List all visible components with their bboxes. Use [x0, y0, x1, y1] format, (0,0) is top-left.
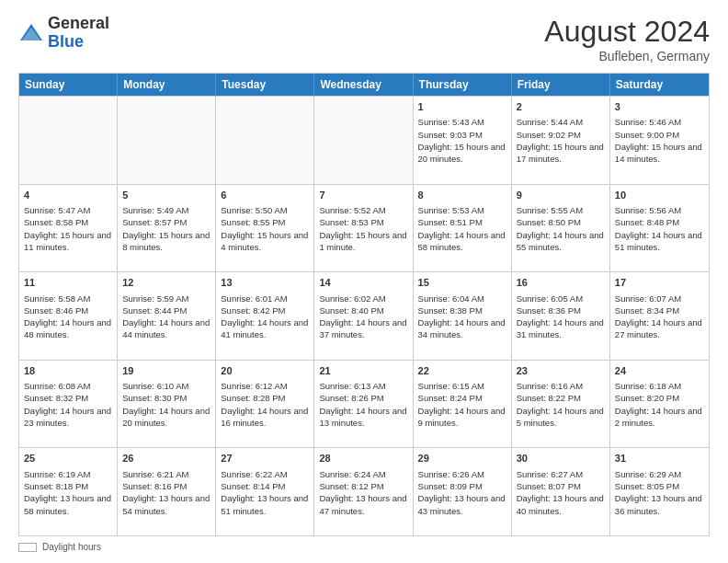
footer: Daylight hours [18, 542, 710, 552]
day-info: Sunrise: 5:50 AM Sunset: 8:55 PM Dayligh… [221, 205, 308, 252]
calendar-body: 1Sunrise: 5:43 AM Sunset: 9:03 PM Daylig… [19, 96, 709, 535]
day-header-wednesday: Wednesday [314, 74, 413, 96]
day-number: 21 [319, 364, 407, 378]
day-number: 10 [615, 189, 704, 202]
calendar-week-1: 1Sunrise: 5:43 AM Sunset: 9:03 PM Daylig… [19, 96, 709, 184]
logo-general: General [48, 14, 109, 32]
day-cell-22: 22Sunrise: 6:15 AM Sunset: 8:24 PM Dayli… [414, 361, 512, 448]
day-cell-2: 2Sunrise: 5:44 AM Sunset: 9:02 PM Daylig… [512, 97, 610, 184]
day-info: Sunrise: 5:53 AM Sunset: 8:51 PM Dayligh… [418, 205, 506, 252]
day-number: 7 [319, 189, 407, 202]
day-cell-10: 10Sunrise: 5:56 AM Sunset: 8:48 PM Dayli… [610, 185, 709, 272]
day-info: Sunrise: 6:01 AM Sunset: 8:42 PM Dayligh… [221, 293, 308, 340]
calendar-week-2: 4Sunrise: 5:47 AM Sunset: 8:58 PM Daylig… [19, 184, 709, 272]
day-cell-27: 27Sunrise: 6:22 AM Sunset: 8:14 PM Dayli… [216, 448, 314, 535]
calendar-week-3: 11Sunrise: 5:58 AM Sunset: 8:46 PM Dayli… [19, 271, 709, 360]
day-info: Sunrise: 6:07 AM Sunset: 8:34 PM Dayligh… [615, 293, 702, 340]
empty-cell [19, 97, 118, 184]
day-number: 28 [319, 452, 407, 465]
day-number: 24 [615, 364, 704, 378]
day-info: Sunrise: 6:22 AM Sunset: 8:14 PM Dayligh… [221, 469, 308, 516]
day-number: 26 [122, 452, 210, 465]
day-cell-14: 14Sunrise: 6:02 AM Sunset: 8:40 PM Dayli… [314, 272, 413, 360]
day-info: Sunrise: 5:46 AM Sunset: 9:00 PM Dayligh… [615, 117, 702, 164]
day-info: Sunrise: 6:02 AM Sunset: 8:40 PM Dayligh… [319, 293, 406, 340]
day-info: Sunrise: 6:12 AM Sunset: 8:28 PM Dayligh… [221, 381, 308, 428]
day-cell-24: 24Sunrise: 6:18 AM Sunset: 8:20 PM Dayli… [610, 361, 709, 448]
day-number: 17 [615, 276, 704, 290]
day-info: Sunrise: 6:10 AM Sunset: 8:30 PM Dayligh… [122, 381, 210, 428]
day-cell-7: 7Sunrise: 5:52 AM Sunset: 8:53 PM Daylig… [314, 185, 413, 272]
day-info: Sunrise: 5:43 AM Sunset: 9:03 PM Dayligh… [418, 117, 506, 164]
day-info: Sunrise: 6:29 AM Sunset: 8:05 PM Dayligh… [615, 469, 702, 516]
day-number: 2 [517, 100, 605, 114]
empty-cell [118, 97, 216, 184]
day-info: Sunrise: 6:04 AM Sunset: 8:38 PM Dayligh… [418, 293, 506, 340]
page: General Blue August 2024 Bufleben, Germa… [0, 0, 728, 563]
day-number: 25 [24, 452, 112, 465]
logo-icon [18, 20, 44, 46]
day-info: Sunrise: 6:19 AM Sunset: 8:18 PM Dayligh… [24, 469, 111, 516]
header: General Blue August 2024 Bufleben, Germa… [18, 15, 710, 63]
day-info: Sunrise: 5:56 AM Sunset: 8:48 PM Dayligh… [615, 205, 702, 252]
day-info: Sunrise: 5:47 AM Sunset: 8:58 PM Dayligh… [24, 205, 111, 252]
day-number: 23 [517, 364, 605, 378]
day-cell-30: 30Sunrise: 6:27 AM Sunset: 8:07 PM Dayli… [512, 448, 610, 535]
day-info: Sunrise: 6:05 AM Sunset: 8:36 PM Dayligh… [517, 293, 604, 340]
day-cell-13: 13Sunrise: 6:01 AM Sunset: 8:42 PM Dayli… [216, 272, 314, 360]
day-info: Sunrise: 6:15 AM Sunset: 8:24 PM Dayligh… [418, 381, 506, 428]
day-number: 19 [122, 364, 210, 378]
day-cell-17: 17Sunrise: 6:07 AM Sunset: 8:34 PM Dayli… [610, 272, 709, 360]
day-header-saturday: Saturday [610, 74, 709, 96]
day-number: 9 [517, 189, 605, 202]
calendar-week-5: 25Sunrise: 6:19 AM Sunset: 8:18 PM Dayli… [19, 447, 709, 535]
day-number: 31 [615, 452, 704, 465]
footer-swatch [18, 543, 37, 552]
day-number: 13 [221, 276, 309, 290]
day-info: Sunrise: 6:16 AM Sunset: 8:22 PM Dayligh… [517, 381, 604, 428]
calendar-header: SundayMondayTuesdayWednesdayThursdayFrid… [19, 74, 709, 96]
day-info: Sunrise: 5:44 AM Sunset: 9:02 PM Dayligh… [517, 117, 604, 164]
day-number: 27 [221, 452, 309, 465]
day-info: Sunrise: 6:27 AM Sunset: 8:07 PM Dayligh… [517, 469, 604, 516]
footer-label: Daylight hours [42, 542, 101, 552]
day-number: 3 [615, 100, 704, 114]
day-cell-16: 16Sunrise: 6:05 AM Sunset: 8:36 PM Dayli… [512, 272, 610, 360]
day-cell-29: 29Sunrise: 6:26 AM Sunset: 8:09 PM Dayli… [414, 448, 512, 535]
day-info: Sunrise: 5:59 AM Sunset: 8:44 PM Dayligh… [122, 293, 210, 340]
day-number: 11 [24, 276, 112, 290]
day-number: 8 [418, 189, 506, 202]
logo-blue: Blue [48, 32, 84, 51]
day-number: 14 [319, 276, 407, 290]
day-number: 6 [221, 189, 309, 202]
calendar: SundayMondayTuesdayWednesdayThursdayFrid… [18, 73, 710, 536]
day-number: 22 [418, 364, 506, 378]
empty-cell [216, 97, 314, 184]
location: Bufleben, Germany [544, 49, 710, 63]
day-cell-19: 19Sunrise: 6:10 AM Sunset: 8:30 PM Dayli… [118, 361, 216, 448]
day-number: 18 [24, 364, 112, 378]
day-cell-15: 15Sunrise: 6:04 AM Sunset: 8:38 PM Dayli… [414, 272, 512, 360]
day-cell-8: 8Sunrise: 5:53 AM Sunset: 8:51 PM Daylig… [414, 185, 512, 272]
day-cell-3: 3Sunrise: 5:46 AM Sunset: 9:00 PM Daylig… [610, 97, 709, 184]
day-number: 16 [517, 276, 605, 290]
day-info: Sunrise: 5:55 AM Sunset: 8:50 PM Dayligh… [517, 205, 604, 252]
day-header-tuesday: Tuesday [216, 74, 314, 96]
day-info: Sunrise: 6:26 AM Sunset: 8:09 PM Dayligh… [418, 469, 506, 516]
month-year: August 2024 [544, 15, 710, 49]
day-header-monday: Monday [118, 74, 216, 96]
day-header-sunday: Sunday [19, 74, 118, 96]
day-cell-6: 6Sunrise: 5:50 AM Sunset: 8:55 PM Daylig… [216, 185, 314, 272]
day-cell-23: 23Sunrise: 6:16 AM Sunset: 8:22 PM Dayli… [512, 361, 610, 448]
day-cell-20: 20Sunrise: 6:12 AM Sunset: 8:28 PM Dayli… [216, 361, 314, 448]
day-cell-11: 11Sunrise: 5:58 AM Sunset: 8:46 PM Dayli… [19, 272, 118, 360]
day-number: 29 [418, 452, 506, 465]
day-cell-21: 21Sunrise: 6:13 AM Sunset: 8:26 PM Dayli… [314, 361, 413, 448]
day-cell-9: 9Sunrise: 5:55 AM Sunset: 8:50 PM Daylig… [512, 185, 610, 272]
day-cell-12: 12Sunrise: 5:59 AM Sunset: 8:44 PM Dayli… [118, 272, 216, 360]
day-info: Sunrise: 6:13 AM Sunset: 8:26 PM Dayligh… [319, 381, 406, 428]
calendar-week-4: 18Sunrise: 6:08 AM Sunset: 8:32 PM Dayli… [19, 360, 709, 448]
empty-cell [314, 97, 413, 184]
day-number: 12 [122, 276, 210, 290]
title-block: August 2024 Bufleben, Germany [544, 15, 710, 63]
